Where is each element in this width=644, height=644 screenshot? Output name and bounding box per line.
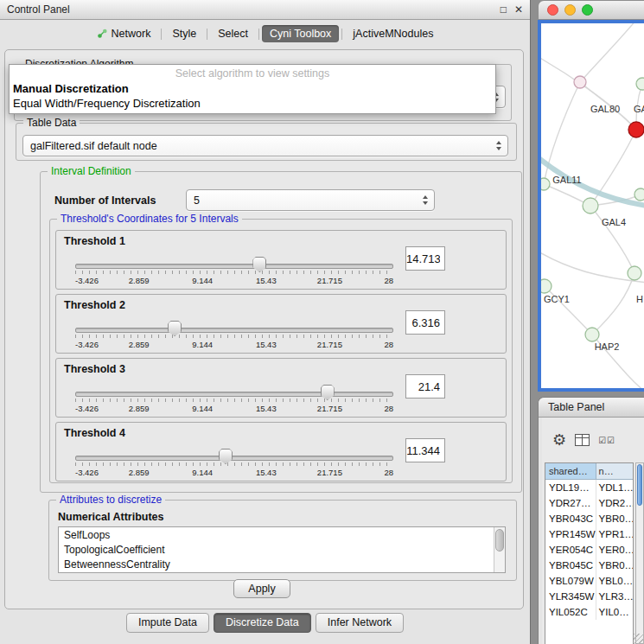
slider-tick-marks [75, 462, 393, 466]
table-row[interactable]: YBL079WYBL0… [545, 573, 633, 589]
threshold-label: Threshold 2 [64, 299, 125, 311]
dropdown-option-equal-width-frequency[interactable]: Equal Width/Frequency Discretization [10, 96, 495, 111]
window-title: Control Panel [7, 3, 493, 16]
threshold-label: Threshold 4 [64, 427, 125, 439]
show-columns-icon[interactable] [575, 434, 590, 446]
tab-separator [161, 29, 162, 40]
threshold-slider[interactable]: -3.4262.8599.14415.4321.71528 [75, 321, 393, 350]
scale-tick-label: 2.859 [129, 468, 150, 477]
top-tab-bar: Network Style Select Cyni Toolbox jActiv… [0, 20, 530, 48]
thresholds-stack: Threshold 1-3.4262.8599.14415.4321.71528… [55, 230, 507, 486]
scrollbar-thumb[interactable] [495, 529, 504, 552]
network-node[interactable] [583, 198, 598, 214]
settings-gear-icon[interactable]: ⚙ [552, 432, 566, 448]
attributes-group: Attributes to discretize Numerical Attri… [48, 500, 517, 581]
tab-discretize-data[interactable]: Discretize Data [214, 613, 311, 633]
zoom-traffic-light-icon[interactable] [582, 4, 593, 16]
table-data-combobox[interactable]: galFiltered.sif default node [22, 135, 508, 156]
scale-tick-label: -3.426 [75, 404, 99, 413]
control-panel-content: Discretization Algorithm Select algorith… [4, 49, 524, 609]
network-node[interactable] [541, 178, 550, 190]
float-window-icon[interactable]: □ [501, 3, 507, 16]
interval-definition-group: Interval Definition Number of Intervals … [40, 171, 522, 493]
table-scrollbar[interactable] [635, 462, 644, 644]
threshold-value-field[interactable] [405, 310, 445, 335]
table-row[interactable]: YIL052CYIL0… [545, 604, 633, 620]
table-row[interactable]: YER054CYER0… [545, 542, 633, 558]
scrollbar-thumb[interactable] [637, 464, 642, 506]
close-icon[interactable]: ✕ [514, 3, 523, 16]
node-table[interactable]: shared… n… YDL19…YDL1…YDR27…YDR2…YBR043C… [545, 462, 634, 644]
dropdown-prompt: Select algorithm to view settings [10, 67, 495, 81]
scale-tick-label: 21.715 [317, 276, 342, 285]
table-row[interactable]: YDR27…YDR2… [545, 495, 633, 511]
table-row[interactable]: YBR045CYBR0… [545, 558, 633, 573]
attribute-item[interactable]: TopologicalCoefficient [64, 543, 505, 558]
table-data-group-title: Table Data [23, 117, 80, 129]
node-label: HAP2 [595, 341, 620, 352]
scale-tick-label: 2.859 [129, 404, 150, 413]
control-panel-titlebar[interactable]: Control Panel □ ✕ [0, 0, 530, 20]
network-node[interactable] [541, 279, 552, 293]
network-node[interactable] [628, 122, 644, 137]
slider-scale: -3.4262.8599.14415.4321.71528 [75, 404, 393, 413]
network-node[interactable] [636, 78, 644, 90]
select-columns-checkboxes-icon[interactable]: ☑☑ [598, 436, 615, 445]
tab-infer-network[interactable]: Infer Network [316, 613, 404, 633]
tab-impute-data[interactable]: Impute Data [126, 613, 209, 633]
resize-grip[interactable] [634, 634, 644, 644]
tab-network[interactable]: Network [89, 25, 159, 42]
slider-track [75, 392, 393, 397]
column-header-name[interactable]: n… [596, 463, 633, 479]
tab-jactivemnodules[interactable]: jActiveMNodules [345, 25, 441, 42]
node-label: GAL4 [602, 217, 626, 227]
dropdown-option-manual-discretization[interactable]: Manual Discretization [10, 81, 495, 96]
attributes-group-title: Attributes to discretize [56, 494, 165, 506]
table-row[interactable]: YPR145WYPR1… [545, 526, 633, 542]
tab-select[interactable]: Select [210, 25, 256, 42]
network-node[interactable] [574, 76, 586, 88]
threshold-value-field[interactable] [405, 246, 445, 271]
tab-cyni-toolbox[interactable]: Cyni Toolbox [262, 25, 339, 42]
threshold-slider[interactable]: -3.4262.8599.14415.4321.71528 [75, 385, 393, 414]
network-node[interactable] [628, 266, 641, 280]
threshold-slider[interactable]: -3.4262.8599.14415.4321.71528 [75, 257, 393, 286]
cell-shared-name: YDL19… [545, 480, 596, 495]
cell-shared-name: YDR27… [545, 495, 596, 511]
cell-shared-name: YER054C [545, 542, 596, 558]
algorithm-dropdown-popup: Select algorithm to view settings Manual… [9, 64, 496, 114]
table-row[interactable]: YDL19…YDL1… [545, 480, 633, 495]
close-traffic-light-icon[interactable] [547, 4, 558, 16]
cell-shared-name: YBR043C [545, 511, 596, 526]
threshold-slider[interactable]: -3.4262.8599.14415.4321.71528 [75, 449, 393, 478]
attributes-list[interactable]: SelfLoopsTopologicalCoefficientBetweenne… [58, 526, 506, 573]
threshold-panel: Threshold 4-3.4262.8599.14415.4321.71528 [55, 422, 507, 481]
cell-name: YPR1… [596, 526, 633, 542]
network-window-titlebar[interactable] [538, 0, 644, 20]
scale-tick-label: -3.426 [75, 276, 99, 285]
attribute-item[interactable]: BetweennessCentrality [64, 558, 505, 572]
threshold-panel: Threshold 3-3.4262.8599.14415.4321.71528 [55, 358, 507, 418]
network-edge [541, 54, 636, 130]
network-node[interactable] [585, 328, 599, 341]
threshold-value-field[interactable] [405, 374, 445, 399]
cell-name: YDR2… [596, 495, 633, 511]
attribute-item[interactable]: SelfLoops [64, 528, 505, 543]
network-node[interactable] [634, 188, 644, 201]
minimize-traffic-light-icon[interactable] [564, 4, 576, 16]
attributes-scrollbar[interactable] [494, 527, 505, 572]
combobox-arrows-icon [419, 195, 434, 205]
column-header-shared-name[interactable]: shared… [545, 463, 596, 479]
table-row[interactable]: YBR043CYBR0… [545, 511, 633, 526]
number-of-intervals-combobox[interactable]: 5 [186, 189, 435, 211]
threshold-value-field[interactable] [405, 438, 445, 462]
table-panel-title: Table Panel [548, 401, 604, 413]
network-graph[interactable]: GAL80GAGAL11GAL4GCY1HHAP2 [541, 23, 644, 392]
table-panel-titlebar[interactable]: Table Panel [539, 398, 644, 418]
tab-style[interactable]: Style [164, 25, 204, 42]
table-row[interactable]: YLR345WYLR3… [545, 589, 633, 604]
scale-tick-label: 9.144 [192, 340, 213, 349]
apply-button[interactable]: Apply [233, 579, 290, 598]
network-canvas[interactable]: GAL80GAGAL11GAL4GCY1HHAP2 [538, 20, 644, 392]
network-edge [590, 206, 634, 273]
